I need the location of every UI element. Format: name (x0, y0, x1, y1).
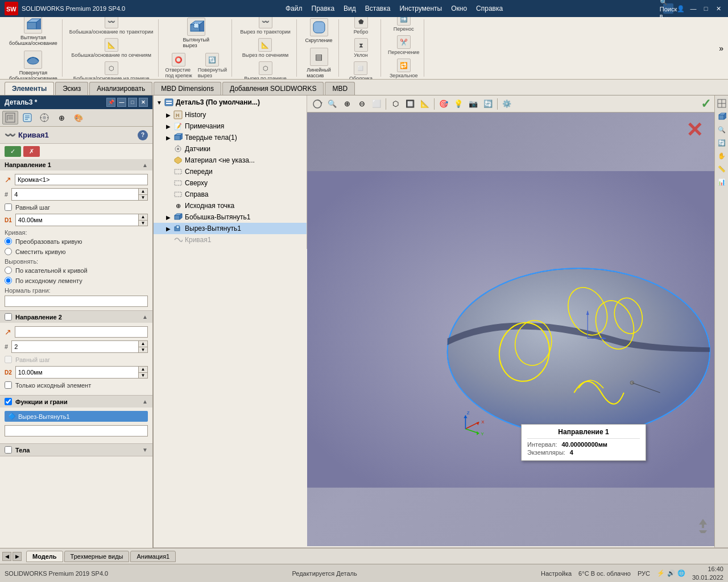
tree-item-solids[interactable]: ▶ Твердые тела(1) (154, 132, 307, 143)
bottom-tab-3dviews[interactable]: Трехмерные виды (64, 551, 130, 562)
tree-item-front[interactable]: Спереди (154, 166, 307, 177)
tab-nav-prev[interactable]: ◀ (2, 552, 11, 561)
panel-close-button[interactable]: ✕ (139, 98, 148, 107)
viewport-ok-button[interactable]: ✓ (701, 97, 711, 111)
menu-edit[interactable]: Правка (312, 5, 335, 13)
bottom-tab-animation[interactable]: Анимация1 (130, 551, 176, 562)
panel-minimize-button[interactable]: — (117, 98, 126, 107)
revolve-cut-button[interactable]: 🔃 Повернутыйвырез (197, 52, 228, 80)
count1-down[interactable]: ▼ (138, 195, 147, 201)
tree-item-history[interactable]: ▶ H History (154, 109, 307, 120)
cut-loft-button[interactable]: 📐 Вырез по сечениям (241, 37, 289, 59)
distance1-down[interactable]: ▼ (138, 221, 147, 226)
vp-target-icon[interactable]: 🎯 (437, 97, 450, 111)
close-button[interactable]: ✕ (713, 3, 723, 14)
rib-button[interactable]: ⬟ Ребро (353, 17, 370, 36)
search-box[interactable]: 🔍 Поиск в... (663, 3, 673, 14)
menu-insert[interactable]: Вставка (365, 5, 391, 13)
tree-item-curve1[interactable]: Кривая1 (154, 234, 307, 246)
appearance-tab[interactable]: 🎨 (71, 111, 86, 124)
status-icon1[interactable]: ⚡ (657, 569, 665, 577)
direction2-collapse-icon[interactable]: ▲ (142, 314, 148, 320)
distance1-input[interactable] (16, 214, 138, 226)
status-icon3[interactable]: 🌐 (677, 569, 685, 577)
tree-cut1-expand[interactable]: ▶ (165, 225, 172, 232)
only-source-checkbox[interactable] (5, 381, 12, 389)
boss-path-button[interactable]: 〰️ Бобышка/основание по траектории (68, 17, 155, 36)
viewport-3d[interactable]: ✕ (307, 113, 714, 546)
tab-elements[interactable]: Элементы (5, 82, 54, 95)
distance2-input[interactable] (16, 367, 138, 378)
tree-item-origin[interactable]: ⊕ Исходная точка (154, 200, 307, 211)
tree-item-cut1[interactable]: ▶ Вырез-Вытянуть1 (154, 223, 307, 234)
hole-button[interactable]: ⭕ Отверстиепод крепеж (164, 52, 193, 80)
view-orientation-button[interactable] (716, 98, 727, 109)
move-button[interactable]: ➡️ Перенос (392, 17, 415, 33)
pan-button[interactable]: ✋ (716, 150, 727, 161)
status-language[interactable]: РУС (638, 570, 650, 577)
extrude-boss-button[interactable]: Вытянутаябобышка/основание (8, 17, 59, 47)
bodies-header[interactable]: Тела ▼ (0, 444, 152, 456)
vp-view-icon[interactable]: 🔄 (481, 97, 495, 111)
tree-root[interactable]: ▼ Деталь3 (По умолчани...) (154, 95, 307, 109)
tab-mbd[interactable]: MBD (325, 82, 355, 95)
panel-pin-button[interactable]: 📌 (106, 98, 115, 107)
intersect-button[interactable]: ✂️ Пересечение (387, 34, 420, 56)
vp-rotate-icon[interactable] (311, 97, 324, 111)
tree-root-expand[interactable]: ▼ (156, 99, 163, 106)
count2-up[interactable]: ▲ (138, 341, 147, 347)
distance2-down[interactable]: ▼ (138, 373, 147, 379)
count1-input[interactable] (12, 189, 138, 200)
cut-boundary-button[interactable]: ⬡ Вырез по границе (243, 60, 288, 80)
extrude-cut-button[interactable]: Вытянутыйвырез (181, 17, 210, 49)
status-icon2[interactable]: 🔊 (667, 569, 675, 577)
tab-sketch[interactable]: Эскиз (55, 82, 88, 95)
display-state-button[interactable]: 📊 (716, 176, 727, 188)
direction2-checkbox[interactable] (5, 313, 12, 321)
tree-history-expand[interactable]: ▶ (165, 111, 172, 118)
tree-item-right[interactable]: Справа (154, 189, 307, 200)
bottom-tab-model[interactable]: Модель (26, 551, 63, 562)
tab-addins[interactable]: Добавления SOLIDWORKS (222, 82, 324, 95)
menu-file[interactable]: Файл (286, 5, 303, 13)
panel-maximize-button[interactable]: □ (128, 98, 137, 107)
boss-boundary-button[interactable]: ⬡ Бобышка/основание на границе (72, 60, 151, 80)
pattern-button[interactable]: ▤ Линейныймассив (305, 47, 332, 80)
pm-ok-button[interactable]: ✓ (5, 146, 21, 157)
shell-button[interactable]: ◻️ Оболочка (348, 60, 374, 80)
mirror-button[interactable]: 🔁 Зеркальноеотражение (388, 57, 419, 80)
features-header[interactable]: Функции и грани ▲ (0, 396, 152, 408)
menu-view[interactable]: Вид (344, 5, 356, 13)
menu-tools[interactable]: Инструменты (399, 5, 442, 13)
vp-settings-icon[interactable]: ⚙️ (500, 97, 514, 111)
tree-item-top[interactable]: Сверху (154, 177, 307, 189)
direction2-header[interactable]: Направление 2 ▲ (0, 311, 152, 323)
features-checkbox[interactable] (5, 398, 12, 405)
tree-notes-expand[interactable]: ▶ (165, 123, 172, 130)
count1-up[interactable]: ▲ (138, 189, 147, 195)
distance1-up[interactable]: ▲ (138, 214, 147, 221)
vp-shaded-icon[interactable]: 🔲 (403, 97, 417, 111)
tree-item-notes[interactable]: ▶ 📝 Примечания (154, 120, 307, 132)
bodies-collapse-icon[interactable]: ▼ (142, 447, 148, 453)
transform-curve-radio[interactable] (5, 238, 12, 245)
direction1-collapse-icon[interactable]: ▲ (142, 162, 148, 168)
tree-solids-expand[interactable]: ▶ (165, 134, 172, 141)
boss-loft-button[interactable]: 📐 Бобышка/основание по сечениям (70, 37, 152, 59)
draft-button[interactable]: ⧗ Уклон (353, 37, 369, 59)
vp-zoom-out-icon[interactable]: ⊖ (355, 97, 369, 111)
tree-item-boss1[interactable]: ▶ Бобышка-Вытянуть1 (154, 211, 307, 223)
property-manager-tab[interactable] (19, 111, 35, 124)
offset-curve-radio[interactable] (5, 248, 12, 255)
direction1-header[interactable]: Направление 1 ▲ (0, 159, 152, 171)
toolbar-expand[interactable]: » (719, 19, 723, 77)
zoom-button[interactable]: 🔍 (716, 124, 727, 135)
pm-help-button[interactable]: ? (138, 130, 148, 140)
tree-boss1-expand[interactable]: ▶ (165, 214, 172, 221)
rotate-view-button[interactable]: 🔄 (716, 137, 727, 148)
minimize-button[interactable]: — (688, 3, 698, 14)
dfm-tab[interactable]: ⊕ (53, 111, 69, 124)
bodies-checkbox[interactable] (5, 446, 12, 454)
vp-wireframe-icon[interactable]: ⬡ (388, 97, 402, 111)
maximize-button[interactable]: □ (701, 3, 711, 14)
